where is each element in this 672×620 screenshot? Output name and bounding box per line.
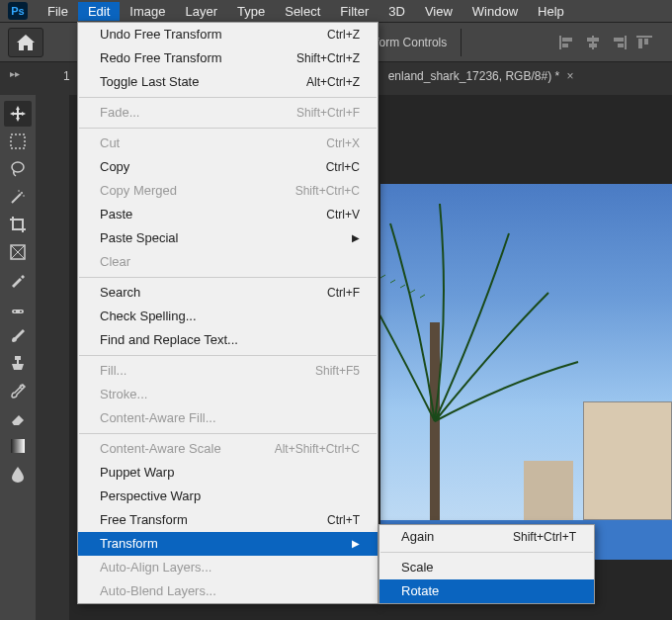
frame-tool[interactable] — [4, 239, 32, 265]
menu-item-label: Auto-Blend Layers... — [100, 582, 360, 600]
menu-item-shortcut: Ctrl+V — [326, 206, 360, 223]
menu-item-label: Clear — [100, 253, 360, 271]
edit-menu-fill: Fill...Shift+F5 — [78, 359, 378, 383]
menu-help[interactable]: Help — [528, 2, 574, 21]
magic-wand-tool[interactable] — [4, 184, 32, 210]
edit-menu-perspective-warp[interactable]: Perspective Warp — [78, 485, 378, 508]
menu-item-shortcut: Shift+Ctrl+F — [296, 104, 360, 122]
svg-rect-0 — [559, 36, 561, 49]
align-center-h-icon[interactable] — [581, 32, 605, 53]
healing-brush-tool[interactable] — [4, 295, 32, 320]
menu-separator — [79, 277, 377, 278]
menu-item-label: Again — [401, 528, 513, 546]
edit-menu-stroke: Stroke... — [78, 383, 378, 406]
eraser-tool[interactable] — [4, 405, 32, 431]
menu-item-label: Search — [100, 284, 327, 302]
edit-menu-cut: CutCtrl+X — [78, 132, 378, 155]
menu-item-shortcut: Ctrl+T — [327, 511, 360, 529]
menu-item-label: Find and Replace Text... — [100, 331, 360, 349]
menu-item-label: Toggle Last State — [100, 73, 306, 91]
menu-separator — [79, 433, 377, 434]
menu-item-label: Cut — [100, 134, 326, 152]
eyedropper-tool[interactable] — [4, 267, 32, 293]
transform-submenu-again[interactable]: AgainShift+Ctrl+T — [379, 525, 594, 549]
menu-file[interactable]: File — [38, 2, 78, 21]
document-tab-name: enland_shark_17236, RGB/8#) * — [388, 69, 559, 83]
edit-menu-content-aware-fill: Content-Aware Fill... — [78, 406, 378, 430]
edit-menu-puppet-warp[interactable]: Puppet Warp — [78, 461, 378, 485]
transform-submenu-scale[interactable]: Scale — [379, 556, 594, 579]
home-icon — [17, 35, 35, 50]
edit-menu-paste[interactable]: PasteCtrl+V — [78, 203, 378, 226]
menu-item-label: Auto-Align Layers... — [100, 559, 360, 576]
edit-menu-find-and-replace-text[interactable]: Find and Replace Text... — [78, 328, 378, 352]
menu-layer[interactable]: Layer — [176, 2, 228, 21]
svg-rect-27 — [11, 439, 25, 453]
menu-window[interactable]: Window — [462, 2, 528, 21]
svg-rect-1 — [562, 38, 572, 42]
edit-menu-check-spelling[interactable]: Check Spelling... — [78, 305, 378, 328]
edit-menu-dropdown: Undo Free TransformCtrl+ZRedo Free Trans… — [77, 22, 378, 604]
move-tool[interactable] — [4, 101, 32, 127]
menu-view[interactable]: View — [415, 2, 462, 21]
close-tab-button[interactable]: × — [566, 69, 573, 83]
menu-item-shortcut: Ctrl+Z — [327, 26, 360, 44]
menubar: Ps File Edit Image Layer Type Select Fil… — [0, 0, 672, 22]
menu-item-label: Copy Merged — [100, 182, 295, 200]
menu-type[interactable]: Type — [227, 2, 275, 21]
photo-building — [583, 401, 672, 520]
svg-rect-5 — [589, 44, 597, 47]
edit-menu-auto-blend-layers: Auto-Blend Layers... — [78, 579, 378, 603]
align-left-icon[interactable] — [555, 32, 579, 53]
document-image — [380, 184, 672, 560]
menu-filter[interactable]: Filter — [330, 2, 378, 21]
edit-menu-undo-free-transform[interactable]: Undo Free TransformCtrl+Z — [78, 23, 378, 46]
menu-item-shortcut: Shift+Ctrl+Z — [296, 49, 360, 67]
menu-select[interactable]: Select — [275, 2, 330, 21]
menu-edit[interactable]: Edit — [78, 2, 120, 21]
svg-rect-2 — [562, 44, 568, 47]
svg-rect-8 — [618, 44, 624, 47]
edit-menu-fade: Fade...Shift+Ctrl+F — [78, 101, 378, 125]
menu-item-shortcut: Shift+Ctrl+T — [513, 528, 576, 546]
align-right-icon[interactable] — [607, 32, 630, 53]
expand-panels-icon[interactable]: ▸▸ — [0, 63, 30, 83]
history-brush-tool[interactable] — [4, 378, 32, 403]
tools-panel — [0, 95, 36, 620]
crop-tool[interactable] — [4, 212, 32, 237]
menu-3d[interactable]: 3D — [378, 2, 415, 21]
marquee-tool[interactable] — [4, 129, 32, 154]
clone-stamp-tool[interactable] — [4, 350, 32, 376]
svg-point-15 — [23, 195, 25, 197]
edit-menu-free-transform[interactable]: Free TransformCtrl+T — [78, 508, 378, 532]
align-top-icon[interactable] — [632, 32, 656, 53]
edit-menu-search[interactable]: SearchCtrl+F — [78, 281, 378, 305]
menu-item-shortcut: Ctrl+F — [327, 284, 360, 302]
edit-menu-copy[interactable]: CopyCtrl+C — [78, 155, 378, 179]
gradient-tool[interactable] — [4, 433, 32, 459]
menu-separator — [79, 355, 377, 356]
svg-rect-12 — [11, 134, 25, 148]
edit-menu-redo-free-transform[interactable]: Redo Free TransformShift+Ctrl+Z — [78, 46, 378, 70]
svg-rect-23 — [15, 356, 21, 360]
menu-item-label: Perspective Warp — [100, 487, 360, 505]
menu-item-label: Check Spelling... — [100, 308, 360, 325]
transform-submenu-rotate[interactable]: Rotate — [379, 579, 594, 603]
edit-menu-toggle-last-state[interactable]: Toggle Last StateAlt+Ctrl+Z — [78, 70, 378, 94]
brush-tool[interactable] — [4, 322, 32, 348]
document-tab[interactable]: enland_shark_17236, RGB/8#) * × — [382, 65, 580, 87]
blur-tool[interactable] — [4, 461, 32, 487]
menu-item-label: Fade... — [100, 104, 296, 122]
menu-item-label: Paste Special — [100, 229, 346, 247]
menu-item-label: Content-Aware Fill... — [100, 409, 360, 427]
svg-point-22 — [20, 310, 22, 312]
edit-menu-transform[interactable]: Transform▶ — [78, 532, 378, 556]
photo-palm-leaves — [380, 184, 588, 441]
doc-tab-prefix: 1 — [57, 65, 76, 87]
menu-item-label: Copy — [100, 158, 326, 176]
home-button[interactable] — [8, 28, 43, 57]
menu-item-label: Redo Free Transform — [100, 49, 296, 67]
menu-image[interactable]: Image — [120, 2, 175, 21]
edit-menu-paste-special[interactable]: Paste Special▶ — [78, 226, 378, 250]
lasso-tool[interactable] — [4, 156, 32, 182]
